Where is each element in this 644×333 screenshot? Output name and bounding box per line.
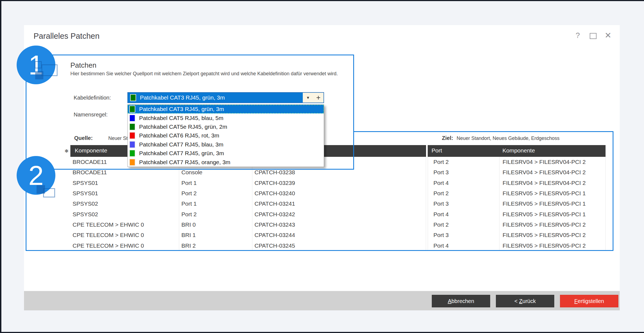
button-mnemonic: F xyxy=(574,298,578,304)
cable-definition-label: Kabeldefinition: xyxy=(74,95,111,101)
table-cell: CPATCH-03238 xyxy=(252,167,426,178)
dropdown-item-label: Patchkabel CAT6 RJ45, rot, 3m xyxy=(139,132,219,139)
cable-color-swatch xyxy=(129,159,135,166)
source-label: Quelle: xyxy=(74,135,93,141)
table-cell: Port 4 xyxy=(428,178,499,188)
table-row[interactable]: CPE TELECOM > EHWIC 0BRI 2CPATCH-03245 xyxy=(70,241,426,251)
maximize-icon[interactable] xyxy=(590,33,597,39)
table-row[interactable]: CPE TELECOM > EHWIC 0BRI 0CPATCH-03243 xyxy=(70,220,426,230)
table-row[interactable]: SPSYS02Port 1CPATCH-03241 xyxy=(70,199,426,209)
table-row[interactable]: Port 4FILESRV05 > FILESRV05-PCI 1 xyxy=(428,209,606,220)
table-cell: Port 4 xyxy=(428,209,499,220)
column-header-komponente[interactable]: Komponente xyxy=(75,147,107,154)
dropdown-item[interactable]: Patchkabel CAT5e RJ45, grün, 2m xyxy=(128,122,324,131)
step1-number: 1 xyxy=(28,49,44,81)
page-title: Paralleles Patchen xyxy=(34,32,100,41)
table-row[interactable]: BROCADE11ConsoleCPATCH-03238 xyxy=(70,167,426,178)
table-row[interactable]: SPSYS01Port 2CPATCH-03240 xyxy=(70,188,426,199)
column-header-port[interactable]: Port xyxy=(432,147,442,154)
table-cell: SPSYS01 xyxy=(70,178,179,188)
table-cell: Port 2 xyxy=(428,188,499,199)
table-cell: Port 2 xyxy=(428,157,499,167)
target-label: Ziel: xyxy=(442,135,453,141)
screen: Paralleles Patchen ? ✕ Patchen Hier best… xyxy=(0,0,644,333)
combobox-dropdown-button[interactable]: ▼ xyxy=(303,93,313,103)
dropdown-item[interactable]: Patchkabel CAT6 RJ45, rot, 3m xyxy=(128,131,324,140)
dropdown-item-label: Patchkabel CAT7 RJ45, orange, 3m xyxy=(139,159,230,166)
table-row[interactable]: Port 3FILESRV05 > FILESRV05-PCI 1 xyxy=(428,199,606,209)
column-header-komponente[interactable]: Komponente xyxy=(502,147,535,154)
table-cell: CPE TELECOM > EHWIC 0 xyxy=(70,241,179,251)
step2-badge: 2 xyxy=(17,156,55,195)
table-row[interactable]: Port 4FILESRV05 > FILESRV05-PCI 2 xyxy=(428,241,606,251)
table-row[interactable]: Port 3FILESRV05 > FILESRV05-PCI 2 xyxy=(428,230,606,240)
table-cell: FILESRV05 > FILESRV05-PCI 1 xyxy=(499,188,606,199)
table-row[interactable]: Port 2FILESRV05 > FILESRV05-PCI 1 xyxy=(428,188,606,199)
table-cell: Port 4 xyxy=(428,241,499,251)
table-cell: FILESRV05 > FILESRV05-PCI 2 xyxy=(499,220,606,230)
table-cell: CPATCH-03244 xyxy=(252,230,426,240)
table-cell: CPATCH-03240 xyxy=(252,188,426,199)
help-icon[interactable]: ? xyxy=(573,31,582,41)
cable-color-swatch xyxy=(129,141,135,148)
table-cell: CPATCH-03239 xyxy=(252,178,426,188)
dropdown-item[interactable]: Patchkabel CAT3 RJ45, grün, 3m xyxy=(128,105,324,113)
table-cell: Port 3 xyxy=(428,230,499,240)
row-indicator-icon: ✱ xyxy=(63,145,70,157)
table-row[interactable]: SPSYS01Port 1CPATCH-03239 xyxy=(70,178,426,188)
table-cell: BROCADE11 xyxy=(70,167,179,178)
table-cell: BRI 1 xyxy=(179,230,252,240)
step-description: Hier bestimmen Sie welcher Quellport mit… xyxy=(70,71,338,77)
cancel-button[interactable]: Abbrechen xyxy=(432,295,490,307)
table-row[interactable]: SPSYS02Port 2CPATCH-03242 xyxy=(70,209,426,220)
table-cell: SPSYS02 xyxy=(70,199,179,209)
button-label: ertigstellen xyxy=(578,298,604,304)
step-heading: Patchen xyxy=(70,61,96,70)
table-row[interactable]: Port 3FILESRV04 > FILESRV04-PCI 2 xyxy=(428,167,606,178)
plus-icon: + xyxy=(316,94,320,102)
table-cell: Port 2 xyxy=(179,209,252,220)
table-cell: BRI 0 xyxy=(179,220,252,230)
table-cell: FILESRV04 > FILESRV04-PCI 2 xyxy=(499,157,606,167)
table-cell: FILESRV05 > FILESRV05-PCI 2 xyxy=(499,230,606,240)
table-row[interactable]: Port 4FILESRV04 > FILESRV04-PCI 2 xyxy=(428,178,606,188)
table-cell: CPATCH-03243 xyxy=(252,220,426,230)
table-cell: CPE TELECOM > EHWIC 0 xyxy=(70,220,179,230)
cable-definition-dropdown-list: Patchkabel CAT3 RJ45, grün, 3mPatchkabel… xyxy=(127,104,324,167)
name-rule-label: Namensregel: xyxy=(74,112,108,118)
table-row[interactable]: Port 2FILESRV04 > FILESRV04-PCI 2 xyxy=(428,157,606,167)
button-mnemonic: A xyxy=(448,298,451,304)
dropdown-item[interactable]: Patchkabel CAT7 RJ45, blau, 3m xyxy=(128,140,324,149)
step1-badge: 1 xyxy=(17,46,55,84)
dropdown-item-label: Patchkabel CAT7 RJ45, blau, 3m xyxy=(139,141,223,148)
dropdown-item-label: Patchkabel CAT3 RJ45, grün, 3m xyxy=(139,106,224,112)
table-cell: Port 1 xyxy=(179,199,252,209)
dropdown-item[interactable]: Patchkabel CAT7 RJ45, orange, 3m xyxy=(128,158,324,166)
finish-button[interactable]: Fertigstellen xyxy=(560,295,618,307)
cable-color-swatch xyxy=(130,94,136,101)
table-cell: CPATCH-03242 xyxy=(252,209,426,220)
cable-definition-combobox[interactable]: Patchkabel CAT3 RJ45, grün, 3m ▼ + xyxy=(127,92,324,103)
back-button[interactable]: < Zurück xyxy=(496,295,554,307)
table-cell: CPATCH-03241 xyxy=(252,199,426,209)
add-cable-definition-button[interactable]: + xyxy=(313,93,324,103)
table-row[interactable]: Port 2FILESRV05 > FILESRV05-PCI 2 xyxy=(428,220,606,230)
cable-color-swatch xyxy=(129,150,135,157)
table-row[interactable]: CPE TELECOM > EHWIC 0BRI 1CPATCH-03244 xyxy=(70,230,426,240)
table-cell: CPE TELECOM > EHWIC 0 xyxy=(70,230,179,240)
table-cell: Console xyxy=(179,167,252,178)
table-cell: BRI 2 xyxy=(179,241,252,251)
dropdown-item[interactable]: Patchkabel CAT5 RJ45, blau, 5m xyxy=(128,113,324,122)
chevron-down-icon: ▼ xyxy=(306,95,310,100)
target-table-header: Port Komponente xyxy=(428,145,606,157)
cable-color-swatch xyxy=(129,106,135,113)
table-cell: Port 2 xyxy=(428,220,499,230)
button-label: bbrechen xyxy=(451,298,474,304)
close-icon[interactable]: ✕ xyxy=(603,31,613,41)
button-label-prefix: < xyxy=(514,298,519,304)
dropdown-item[interactable]: Patchkabel CAT7 RJ45, grün, 3m xyxy=(128,149,324,158)
table-cell: FILESRV05 > FILESRV05-PCI 1 xyxy=(499,199,606,209)
table-cell: FILESRV05 > FILESRV05-PCI 1 xyxy=(499,209,606,220)
target-location: Neuer Standort, Neues Gebäude, Erdgescho… xyxy=(457,136,559,141)
table-cell: CPATCH-03245 xyxy=(252,241,426,251)
